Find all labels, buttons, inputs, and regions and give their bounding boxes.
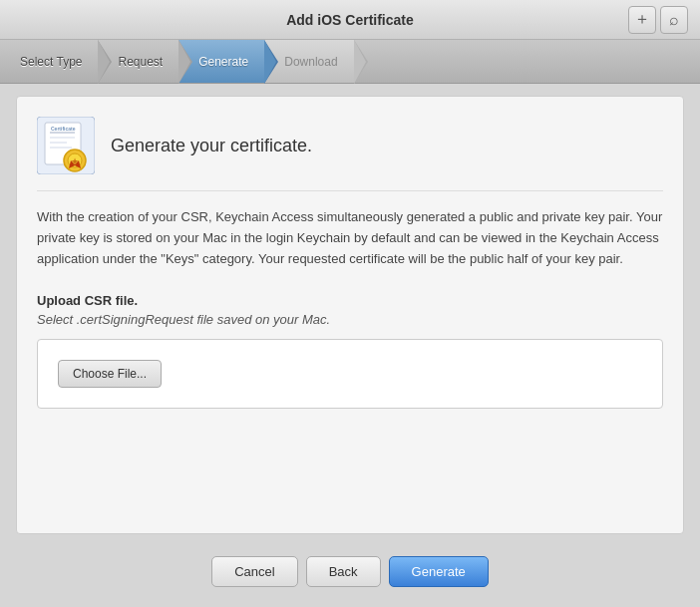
upload-section: Upload CSR file. Select .certSigningRequ… (37, 293, 663, 409)
step-request-label: Request (118, 55, 163, 69)
cert-title: Generate your certificate. (111, 136, 312, 156)
search-icon: ⌕ (669, 11, 679, 29)
cert-description: With the creation of your CSR, Keychain … (37, 207, 663, 269)
generate-button[interactable]: Generate (389, 556, 489, 587)
step-select-type[interactable]: Select Type (0, 40, 98, 83)
file-upload-box: Choose File... (37, 339, 663, 409)
upload-hint-text: Select (37, 312, 77, 327)
upload-hint-suffix: file saved on your Mac. (193, 312, 330, 327)
svg-text:★: ★ (71, 156, 79, 166)
add-button[interactable]: ＋ (628, 6, 656, 34)
choose-file-button[interactable]: Choose File... (58, 360, 162, 388)
back-button[interactable]: Back (306, 556, 381, 587)
title-bar-actions: ＋ ⌕ (628, 6, 688, 34)
page-title: Add iOS Certificate (286, 12, 414, 28)
main-content: ★ Certificate Generate your certificate.… (16, 96, 684, 534)
footer: Cancel Back Generate (0, 546, 700, 595)
step-download-label: Download (284, 55, 337, 69)
step-generate-label: Generate (198, 55, 248, 69)
cancel-button[interactable]: Cancel (211, 556, 297, 587)
upload-section-title: Upload CSR file. (37, 293, 663, 308)
certificate-icon: ★ Certificate (37, 117, 95, 174)
cert-header: ★ Certificate Generate your certificate. (37, 117, 663, 191)
upload-hint-ext: .certSigningRequest (77, 312, 193, 327)
steps-bar: Select Type Request Generate Download (0, 40, 700, 84)
add-icon: ＋ (634, 9, 650, 30)
svg-text:Certificate: Certificate (51, 126, 76, 132)
search-button[interactable]: ⌕ (660, 6, 688, 34)
upload-hint: Select .certSigningRequest file saved on… (37, 312, 663, 327)
title-bar: Add iOS Certificate ＋ ⌕ (0, 0, 700, 40)
step-select-type-label: Select Type (20, 55, 82, 69)
